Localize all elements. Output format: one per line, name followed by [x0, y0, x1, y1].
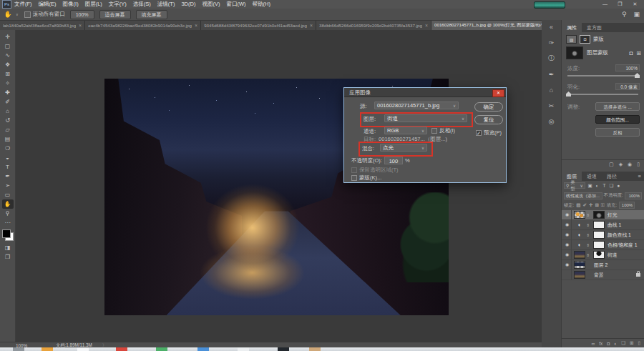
layer-row[interactable]: ◉ ∞ 灯光 — [562, 210, 644, 220]
taskbar-icon[interactable] — [13, 347, 24, 351]
info-panel-icon[interactable]: ⓘ — [545, 54, 558, 63]
layer-thumbnail[interactable] — [574, 251, 585, 259]
taskbar-icon[interactable] — [238, 347, 249, 351]
layer-select[interactable]: 街道 ∨ — [384, 114, 467, 122]
layer-mask-thumbnail[interactable] — [566, 46, 583, 59]
menu-item[interactable]: 窗口(W) — [226, 1, 245, 8]
select-and-mask-button[interactable]: 选择并遮住 ... — [595, 102, 640, 111]
taskbar-icon[interactable] — [42, 347, 53, 351]
opacity-select[interactable]: 100% — [625, 192, 642, 199]
blend-select[interactable]: 点光 ∨ — [380, 144, 427, 152]
tab-paths[interactable]: 路径 — [602, 172, 622, 181]
ok-button[interactable]: 确定 — [474, 102, 503, 112]
channel-select[interactable]: RGB ∨ — [384, 127, 427, 134]
new-group-icon[interactable]: ❏ — [621, 340, 625, 346]
menu-item[interactable]: 选择(S) — [133, 1, 151, 8]
shape-tool[interactable]: ▭ — [2, 190, 14, 199]
zoom-100-button[interactable]: 100% — [70, 10, 94, 19]
invert-button[interactable]: 反相 — [595, 128, 640, 137]
menu-item[interactable]: 视图(V) — [202, 1, 220, 8]
tab-close-icon[interactable]: × — [310, 23, 313, 28]
layer-name[interactable]: 背景 — [594, 272, 604, 279]
filter-smart-icon[interactable]: ● — [615, 183, 622, 189]
slider-knob[interactable] — [566, 92, 571, 97]
quick-select-tool[interactable]: ❖ — [2, 60, 14, 69]
slider-knob[interactable] — [635, 73, 640, 78]
layer-visibility-eye-icon[interactable]: ◉ — [563, 230, 572, 239]
panel-menu-icon[interactable]: ≡ — [638, 172, 644, 181]
layer-thumbnail[interactable] — [574, 211, 585, 219]
layer-row[interactable]: ◉ ∞ 曲线 1 — [562, 220, 644, 230]
dialog-title[interactable]: 应用图像 — [344, 88, 506, 97]
checkbox-icon[interactable] — [24, 11, 31, 18]
pixel-mask-icon[interactable]: ◘ — [629, 50, 633, 56]
layer-mask-thumbnail[interactable] — [593, 251, 605, 259]
doc-tab[interactable]: lab1840a52abf3ffae6cd7a890b83.jpg × — [0, 21, 85, 30]
source-select[interactable]: 0016028027145771_b.jpg ∨ — [374, 102, 459, 109]
layer-mask-thumbnail[interactable] — [593, 241, 605, 249]
layer-row[interactable]: ∞ 背景 — [562, 270, 644, 280]
preview-checkbox[interactable]: ✓ — [476, 130, 482, 136]
quick-mask-button[interactable]: ◨ — [2, 243, 14, 252]
fill-select[interactable]: 100% — [619, 202, 635, 209]
eraser-tool[interactable]: ▱ — [2, 125, 14, 134]
tab-channels[interactable]: 通道 — [582, 172, 602, 181]
taskbar-icon[interactable] — [309, 347, 321, 351]
new-layer-icon[interactable]: ⊞ — [630, 340, 633, 346]
search-icon[interactable]: ⚲ — [622, 11, 627, 18]
layer-name[interactable]: 色相/饱和度 1 — [608, 242, 638, 249]
lock-artboard-icon[interactable]: ⊞ — [595, 202, 598, 208]
minimize-button[interactable]: — — [597, 0, 613, 9]
invert-checkbox[interactable] — [431, 128, 437, 134]
history-brush-tool[interactable]: ↺ — [2, 116, 14, 125]
layer-name[interactable]: 曲线 1 — [608, 222, 621, 229]
healing-brush-tool[interactable]: ✚ — [2, 88, 14, 97]
layer-mask-thumbnail[interactable] — [593, 221, 605, 229]
panel-tab[interactable]: 属性 — [562, 23, 582, 32]
color-range-button[interactable]: 颜色范围... — [595, 115, 640, 124]
taskbar-icon[interactable] — [116, 347, 127, 351]
layer-name[interactable]: 街道 — [608, 252, 618, 259]
feather-slider[interactable] — [567, 94, 638, 95]
canvas-area[interactable]: 应用图像 ✕ 源: 0016028027145771_b.jpg ∨ 图层: 街… — [16, 30, 542, 342]
panel-tab[interactable]: 直方图 — [582, 23, 607, 32]
hand-tool[interactable]: ✋ — [2, 199, 14, 209]
layer-thumbnail[interactable] — [574, 221, 585, 229]
layer-visibility-eye-icon[interactable]: ◉ — [563, 260, 572, 270]
layer-mask-thumbnail[interactable] — [593, 231, 605, 239]
add-mask-icon[interactable]: ◘ — [607, 341, 610, 346]
menu-item[interactable]: 图像(I) — [63, 1, 79, 8]
tool-dropdown-chevron-icon[interactable]: ∨ — [16, 12, 19, 16]
lock-transparent-icon[interactable]: ▨ — [576, 202, 580, 208]
color-swatches[interactable] — [2, 229, 14, 241]
tab-close-icon[interactable]: × — [425, 23, 428, 28]
doc-tab[interactable]: 0016028027145771_b.jpg @ 100%(灯光, 图层蒙版/8… — [431, 21, 552, 30]
dialog-close-button[interactable]: ✕ — [492, 89, 504, 97]
taskbar-icon[interactable] — [278, 347, 289, 351]
taskbar-icon[interactable] — [77, 347, 89, 351]
clone-source-panel-icon[interactable]: ⌂ — [545, 85, 558, 94]
eyedropper-tool[interactable]: ✧ — [2, 79, 14, 88]
layer-thumbnail[interactable] — [574, 231, 585, 239]
reset-button[interactable]: 复位 — [474, 115, 503, 124]
mask-checkbox[interactable] — [351, 175, 357, 181]
lock-all-icon[interactable]: ⚿ — [601, 202, 605, 208]
layer-mask-thumbnail[interactable] — [593, 211, 605, 219]
workspace-icon[interactable]: ▣ — [633, 11, 640, 18]
menu-item[interactable]: 帮助(H) — [253, 1, 270, 8]
layer-visibility-eye-icon[interactable]: ◉ — [563, 250, 572, 259]
layer-visibility-eye-icon[interactable]: ◉ — [563, 210, 572, 219]
screen-mode-button[interactable]: ❐ — [2, 252, 14, 262]
opacity-input[interactable]: 100 — [384, 157, 403, 164]
doc-tab[interactable]: eac4b74543a98226bacf9ed38082b9014a90eb3c… — [85, 21, 201, 30]
blur-tool[interactable]: ❍ — [2, 144, 14, 153]
lock-pixels-icon[interactable]: ✐ — [583, 202, 587, 208]
scroll-all-windows-checkbox[interactable]: 滚动所有窗口 — [24, 11, 65, 18]
dodge-tool[interactable]: ◒ — [2, 153, 14, 162]
new-adjustment-icon[interactable]: ◐ — [614, 341, 617, 346]
menu-item[interactable]: 文字(Y) — [109, 1, 127, 8]
menu-item[interactable]: 图层(L) — [85, 1, 102, 8]
layer-thumbnail[interactable] — [574, 261, 585, 269]
taskbar-icon[interactable] — [156, 347, 167, 351]
menu-item[interactable]: 文件(F) — [14, 1, 32, 8]
